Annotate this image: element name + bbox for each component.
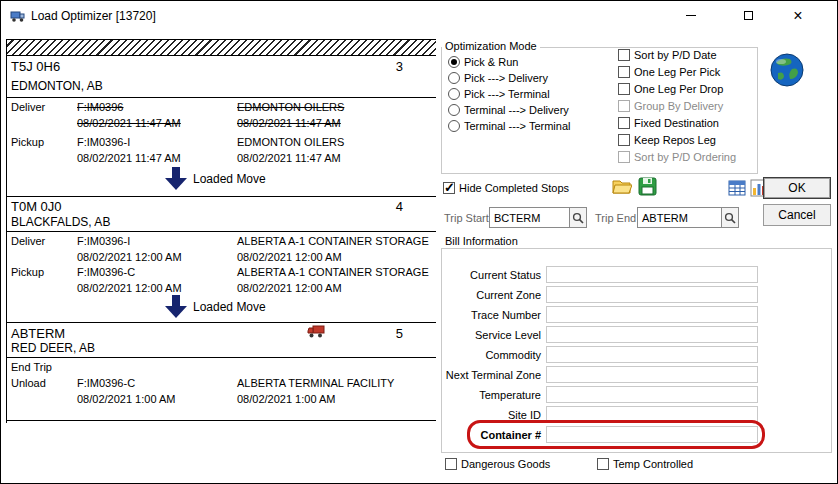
checkbox-one-leg-per-pick[interactable]: [618, 66, 630, 78]
field-input-current-zone[interactable]: [546, 286, 758, 303]
trip-end-lookup-button[interactable]: [721, 208, 738, 227]
magnifier-icon: [724, 212, 736, 224]
trip-end-value: ABTERM: [638, 208, 721, 227]
field-input-current-status[interactable]: [546, 266, 758, 283]
window-title: Load Optimizer [13720]: [31, 9, 156, 23]
trip-start-value: BCTERM: [490, 208, 569, 227]
checkbox-label-hide-completed-stops[interactable]: Hide Completed Stops: [459, 182, 569, 195]
radio-pick-to-terminal[interactable]: [448, 88, 460, 100]
stop-postal: T0M 0J0: [11, 199, 62, 214]
move-label: Loaded Move: [193, 172, 266, 186]
folder-open-icon[interactable]: [612, 177, 632, 199]
row-client-date: 08/02/2021 11:47 AM: [237, 152, 341, 165]
checkbox-hide-completed-stops[interactable]: [443, 182, 455, 194]
row-ref-date: 08/02/2021 1:00 AM: [77, 393, 175, 406]
end-trip-label: End Trip: [11, 361, 52, 374]
row-action: Pickup: [11, 136, 44, 149]
cancel-button[interactable]: Cancel: [763, 204, 831, 226]
close-button[interactable]: ×: [775, 2, 821, 29]
table-report-icon[interactable]: [728, 179, 746, 201]
checkbox-sort-by-pd-date[interactable]: [618, 49, 630, 61]
checkbox-keep-repos-leg[interactable]: [618, 134, 630, 146]
radio-pick-to-delivery[interactable]: [448, 72, 460, 84]
row-client-date: 08/02/2021 11:47 AM: [237, 117, 341, 130]
separator-line: [7, 357, 436, 358]
stop-seq: 5: [377, 326, 403, 341]
stop-block-3[interactable]: [7, 322, 436, 420]
maximize-button[interactable]: [725, 2, 771, 29]
minimize-button[interactable]: [668, 2, 714, 29]
separator-line: [7, 97, 436, 98]
checkbox-sort-by-pd-ordering: [618, 151, 630, 163]
stop-postal: T5J 0H6: [11, 59, 60, 74]
trip-start-hatch-bar: [7, 39, 436, 56]
radio-label-pick-to-terminal[interactable]: Pick ---> Terminal: [464, 88, 550, 101]
maximize-icon: [744, 11, 753, 20]
row-client-date: 08/02/2021 12:00 AM: [237, 251, 342, 264]
checkbox-one-leg-per-drop[interactable]: [618, 83, 630, 95]
stop-seq: 3: [377, 59, 403, 74]
field-input-commodity[interactable]: [546, 346, 758, 363]
radio-label-terminal-to-terminal[interactable]: Terminal ---> Terminal: [464, 120, 570, 133]
row-ref: F:IM0396-I: [77, 235, 130, 248]
magnifier-icon: [572, 212, 584, 224]
separator-line: [7, 322, 436, 323]
checkbox-label-temp-controlled[interactable]: Temp Controlled: [613, 458, 693, 471]
checkbox-label-keep-repos-leg[interactable]: Keep Repos Leg: [634, 134, 716, 147]
bill-information-title: Bill Information: [442, 235, 521, 248]
field-label-current-zone: Current Zone: [441, 289, 541, 302]
stop-seq: 4: [377, 199, 403, 214]
field-input-temperature[interactable]: [546, 386, 758, 403]
ok-button[interactable]: OK: [763, 177, 831, 199]
row-ref: F:IM0396-I: [77, 136, 130, 149]
field-input-service-level[interactable]: [546, 326, 758, 343]
radio-terminal-to-delivery[interactable]: [448, 104, 460, 116]
trip-end-label: Trip End: [595, 212, 636, 225]
trip-end-input[interactable]: ABTERM: [637, 207, 739, 228]
radio-label-pick-to-delivery[interactable]: Pick ---> Delivery: [464, 72, 548, 85]
stop-city: BLACKFALDS, AB: [11, 215, 110, 229]
move-label: Loaded Move: [193, 300, 266, 314]
checkbox-label-one-leg-per-pick[interactable]: One Leg Per Pick: [634, 66, 720, 79]
checkbox-label-one-leg-per-drop[interactable]: One Leg Per Drop: [634, 83, 723, 96]
field-label-current-status: Current Status: [441, 269, 541, 282]
separator-line: [7, 231, 436, 232]
row-ref-date: 08/02/2021 11:47 AM: [77, 152, 181, 165]
row-client: ALBERTA A-1 CONTAINER STORAGE: [237, 235, 429, 248]
radio-label-pick-and-run[interactable]: Pick & Run: [464, 56, 518, 69]
down-arrow-icon: [165, 167, 187, 190]
checkbox-label-fixed-destination[interactable]: Fixed Destination: [634, 117, 719, 130]
close-icon: ×: [793, 8, 802, 24]
optimization-mode-title: Optimization Mode: [442, 40, 540, 53]
checkbox-fixed-destination[interactable]: [618, 117, 630, 129]
row-client-date: 08/02/2021 1:00 AM: [237, 393, 335, 406]
field-input-next-terminal-zone[interactable]: [546, 366, 758, 383]
row-ref-date: 08/02/2021 11:47 AM: [77, 117, 181, 130]
checkbox-temp-controlled[interactable]: [597, 458, 609, 470]
down-arrow-icon: [165, 295, 187, 318]
stop-city: RED DEER, AB: [11, 341, 95, 355]
title-bar: Load Optimizer [13720] ×: [1, 1, 837, 31]
row-action: Unload: [11, 377, 46, 390]
stop-postal: ABTERM: [11, 326, 65, 341]
checkbox-label-sort-by-pd-date[interactable]: Sort by P/D Date: [634, 49, 717, 62]
checkbox-label-dangerous-goods[interactable]: Dangerous Goods: [461, 458, 550, 471]
field-input-trace-number[interactable]: [546, 306, 758, 323]
radio-label-terminal-to-delivery[interactable]: Terminal ---> Delivery: [464, 104, 569, 117]
row-ref-date: 08/02/2021 12:00 AM: [77, 251, 182, 264]
trip-start-input[interactable]: BCTERM: [489, 207, 587, 228]
minimize-icon: [686, 15, 696, 16]
checkbox-dangerous-goods[interactable]: [445, 458, 457, 470]
row-ref: F:IM0396: [77, 101, 123, 114]
row-action: Pickup: [11, 266, 44, 279]
save-icon[interactable]: [638, 177, 657, 200]
radio-terminal-to-terminal[interactable]: [448, 120, 460, 132]
trip-start-lookup-button[interactable]: [569, 208, 586, 227]
red-truck-icon: [307, 324, 325, 343]
row-ref-date: 08/02/2021 12:00 AM: [77, 282, 182, 295]
radio-pick-and-run[interactable]: [448, 56, 460, 68]
field-label-commodity: Commodity: [441, 349, 541, 362]
stop-city: EDMONTON, AB: [11, 79, 103, 93]
separator-line: [7, 196, 436, 197]
field-label-temperature: Temperature: [441, 389, 541, 402]
